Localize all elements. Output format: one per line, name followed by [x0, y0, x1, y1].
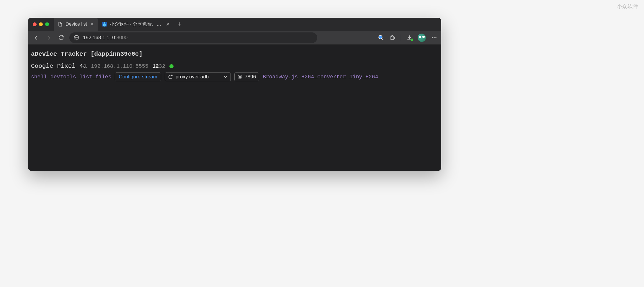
devtools-link[interactable]: devtools	[50, 74, 76, 80]
cancel-icon[interactable]	[238, 75, 242, 79]
page-title: aDevice Tracker [dappinn39c6c]	[31, 51, 438, 57]
extensions-icon[interactable]	[390, 35, 395, 41]
tab-strip: Device list ✕ 💧 小众软件 - 分享免费、小巧、实 ✕ +	[54, 18, 441, 31]
close-tab-icon[interactable]: ✕	[166, 22, 170, 27]
svg-point-4	[435, 37, 437, 38]
port-value: 7896	[245, 74, 256, 80]
back-button[interactable]	[32, 34, 40, 42]
action-row: shell devtools list files Configure stre…	[31, 72, 438, 81]
toolbar: 192.168.1.110:8000	[28, 31, 441, 45]
toolbar-right	[378, 34, 437, 42]
configure-stream-button[interactable]: Configure stream	[115, 72, 161, 81]
forward-button[interactable]	[45, 34, 53, 42]
svg-point-2	[432, 37, 433, 38]
file-icon	[58, 22, 63, 27]
chevron-down-icon	[223, 75, 228, 79]
port-field[interactable]: 7896	[234, 72, 259, 81]
browser-window: Device list ✕ 💧 小众软件 - 分享免费、小巧、实 ✕ +	[28, 18, 441, 171]
minimize-window-button[interactable]	[39, 22, 43, 26]
tab-appinn[interactable]: 💧 小众软件 - 分享免费、小巧、实 ✕	[98, 18, 174, 31]
device-name: Google Pixel 4a	[31, 63, 87, 70]
broadway-link[interactable]: Broadway.js	[263, 74, 298, 80]
downloads-icon[interactable]	[406, 35, 412, 41]
search-icon[interactable]	[378, 34, 384, 41]
shell-link[interactable]: shell	[31, 74, 47, 80]
close-tab-icon[interactable]: ✕	[90, 22, 94, 27]
device-address: 192.168.1.110:5555	[91, 63, 148, 69]
window-controls	[33, 22, 49, 26]
page-content: aDevice Tracker [dappinn39c6c] Google Pi…	[28, 45, 441, 171]
tab-title: 小众软件 - 分享免费、小巧、实	[110, 21, 163, 27]
maximize-window-button[interactable]	[45, 22, 49, 26]
watermark-text: 小众软件	[617, 3, 638, 10]
device-row: Google Pixel 4a 192.168.1.110:5555 1232	[31, 63, 438, 70]
device-version: 1232	[152, 63, 165, 69]
status-online-icon	[169, 64, 174, 68]
svg-point-1	[379, 35, 382, 39]
address-text: 192.168.1.110:8000	[83, 35, 128, 41]
menu-icon[interactable]	[431, 35, 437, 41]
svg-point-3	[434, 37, 435, 38]
tab-device-list[interactable]: Device list ✕	[54, 18, 98, 31]
divider	[401, 34, 401, 41]
close-window-button[interactable]	[33, 22, 37, 26]
titlebar: Device list ✕ 💧 小众软件 - 分享免费、小巧、实 ✕ +	[28, 18, 441, 31]
h264-converter-link[interactable]: H264 Converter	[301, 74, 346, 80]
address-bar[interactable]: 192.168.1.110:8000	[69, 32, 317, 43]
list-files-link[interactable]: list files	[79, 74, 111, 80]
reload-button[interactable]	[57, 34, 65, 42]
tiny-h264-link[interactable]: Tiny H264	[349, 74, 378, 80]
proxy-select[interactable]: proxy over adb	[165, 72, 231, 81]
refresh-icon	[168, 75, 173, 79]
new-tab-button[interactable]: +	[174, 18, 185, 31]
globe-icon	[73, 35, 79, 41]
profile-avatar[interactable]	[418, 34, 426, 42]
tab-title: Device list	[66, 22, 87, 27]
proxy-select-label: proxy over adb	[176, 74, 209, 80]
drop-icon: 💧	[102, 22, 107, 27]
